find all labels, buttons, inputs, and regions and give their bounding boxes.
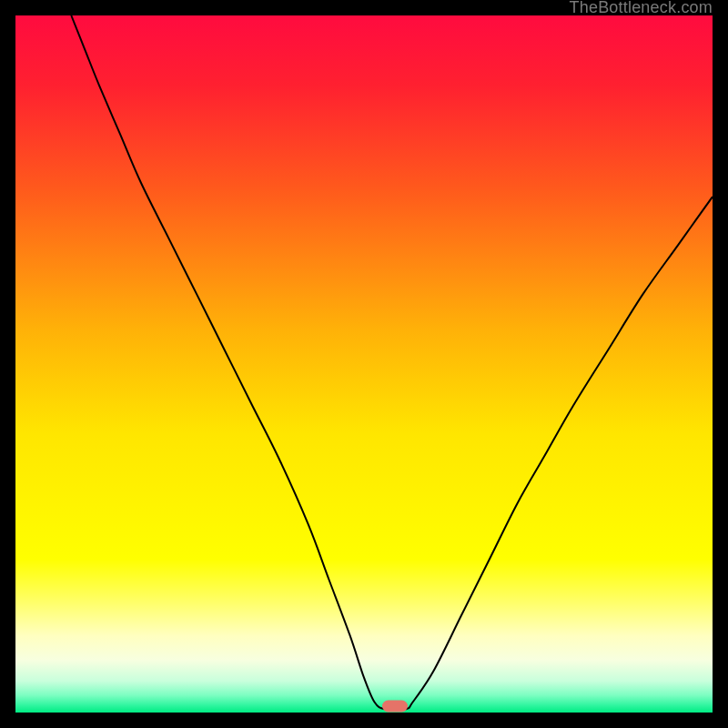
chart-frame: TheBottleneck.com bbox=[0, 0, 728, 728]
plot-area bbox=[15, 15, 713, 713]
optimal-marker bbox=[382, 701, 408, 713]
bottleneck-curve bbox=[15, 15, 713, 713]
